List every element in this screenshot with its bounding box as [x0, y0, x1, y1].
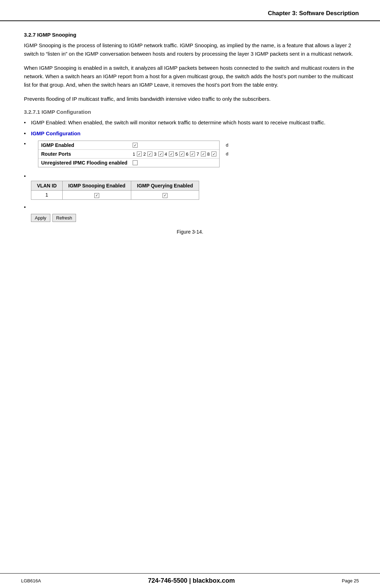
bullet-item-igmp-enabled-desc: IGMP Enabled: When enabled, the switch w…	[24, 118, 356, 127]
bullet-empty-1: IGMP Enabled d Router Ports 1 2	[24, 141, 356, 170]
ipmc-flooding-label: Unregistered IPMC Flooding enabled	[41, 160, 133, 166]
querying-enabled-checkbox[interactable]	[163, 193, 167, 198]
page-footer: LGB616A 724-746-5500 | blackbox.com Page…	[0, 573, 380, 588]
router-ports-value: 1 2 3 4 5 6 7	[133, 151, 216, 157]
main-content: 3.2.7 IGMP Snooping IGMP Snooping is the…	[0, 32, 380, 573]
igmp-enabled-value	[133, 143, 138, 148]
buttons-row: Apply Refresh	[31, 214, 356, 222]
snooping-enabled-checkbox[interactable]	[94, 193, 99, 198]
igmp-snooping-header: IGMP Snooping Enabled	[63, 181, 131, 191]
port-6-label: 6	[186, 151, 188, 157]
router-ports-label: Router Ports	[41, 151, 133, 157]
igmp-config-panel: IGMP Configuration IGMP Enabled d Router	[24, 130, 356, 210]
section-title: 3.2.7 IGMP Snooping	[24, 32, 356, 38]
port-7-label: 7	[196, 151, 199, 157]
paragraph2: When IGMP Snooping is enabled in a switc…	[24, 64, 356, 89]
port-7-checkbox[interactable]	[201, 151, 206, 156]
port-2-checkbox[interactable]	[147, 151, 152, 156]
vlan-table-header-row: VLAN ID IGMP Snooping Enabled IGMP Query…	[31, 181, 199, 191]
port-8-checkbox[interactable]	[211, 151, 216, 156]
config-fields-table: IGMP Enabled d Router Ports 1 2	[38, 141, 220, 167]
port-5-label: 5	[175, 151, 178, 157]
querying-enabled-cell	[131, 191, 199, 200]
bullet-empty-2	[24, 173, 356, 179]
vlan-id-header: VLAN ID	[31, 181, 63, 191]
chapter-title: Chapter 3: Software Description	[268, 10, 359, 17]
refresh-button[interactable]: Refresh	[52, 214, 76, 222]
port-3-label: 3	[154, 151, 156, 157]
figure-caption: Figure 3-14.	[24, 229, 356, 235]
port-3-checkbox[interactable]	[158, 151, 163, 156]
bullet-empty-3	[24, 204, 356, 210]
sub-section-title: 3.2.7.1 IGMP Configuration	[24, 109, 356, 115]
port-8-label: 8	[207, 151, 210, 157]
ipmc-flooding-value	[133, 160, 138, 165]
ipmc-flooding-checkbox[interactable]	[133, 160, 138, 165]
igmp-panel-title: IGMP Configuration	[24, 130, 356, 136]
port-1-checkbox[interactable]	[137, 151, 142, 156]
igmp-enabled-checkbox[interactable]	[133, 143, 138, 148]
vlan-id-cell: 1	[31, 191, 63, 200]
port-2-label: 2	[143, 151, 146, 157]
paragraph3: Prevents flooding of IP multicast traffi…	[24, 95, 356, 103]
side-note-d1: d	[226, 142, 228, 148]
igmp-enabled-label: IGMP Enabled	[41, 142, 133, 148]
page-wrapper: Chapter 3: Software Description 3.2.7 IG…	[0, 0, 380, 588]
snooping-enabled-cell	[63, 191, 131, 200]
table-row: 1	[31, 191, 199, 200]
paragraph1: IGMP Snooping is the process of listenin…	[24, 41, 356, 58]
footer-right: Page 25	[342, 578, 359, 583]
port-4-checkbox[interactable]	[169, 151, 174, 156]
footer-left: LGB616A	[21, 578, 41, 583]
config-row-igmp-enabled: IGMP Enabled d	[38, 141, 219, 150]
vlan-table-wrap: VLAN ID IGMP Snooping Enabled IGMP Query…	[31, 181, 356, 200]
port-5-checkbox[interactable]	[179, 151, 184, 156]
side-note-d2: d	[226, 151, 228, 156]
port-4-label: 4	[165, 151, 167, 157]
footer-center: 724-746-5500 | blackbox.com	[148, 577, 235, 584]
port-6-checkbox[interactable]	[190, 151, 195, 156]
apply-button[interactable]: Apply	[31, 214, 50, 222]
igmp-querying-header: IGMP Querying Enabled	[131, 181, 199, 191]
config-row-ipmc-flooding: Unregistered IPMC Flooding enabled	[38, 159, 219, 167]
vlan-table: VLAN ID IGMP Snooping Enabled IGMP Query…	[31, 181, 199, 200]
port-1-label: 1	[133, 151, 135, 157]
chapter-header: Chapter 3: Software Description	[0, 0, 380, 21]
config-row-router-ports: Router Ports 1 2 3 4 5 6	[38, 150, 219, 159]
